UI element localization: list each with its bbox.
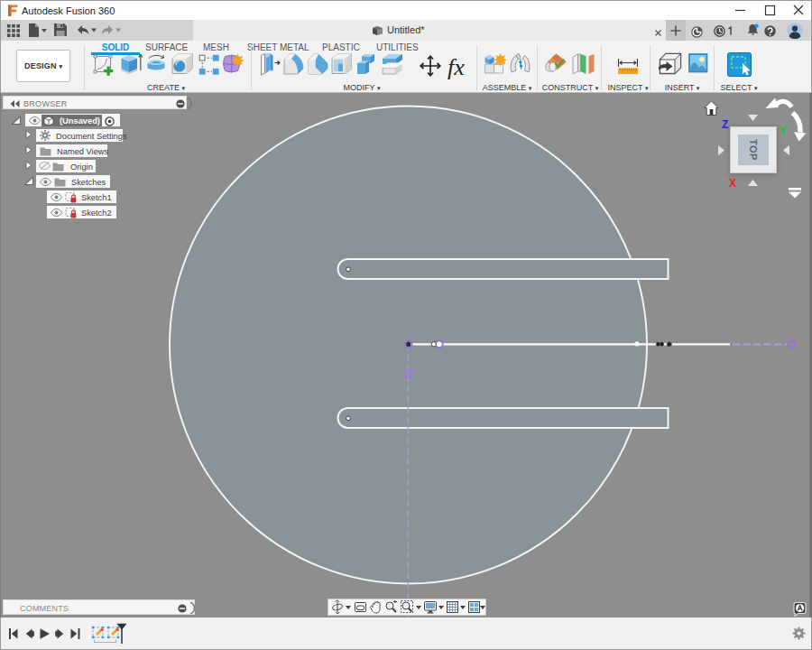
svg-text:fx: fx bbox=[448, 54, 465, 80]
